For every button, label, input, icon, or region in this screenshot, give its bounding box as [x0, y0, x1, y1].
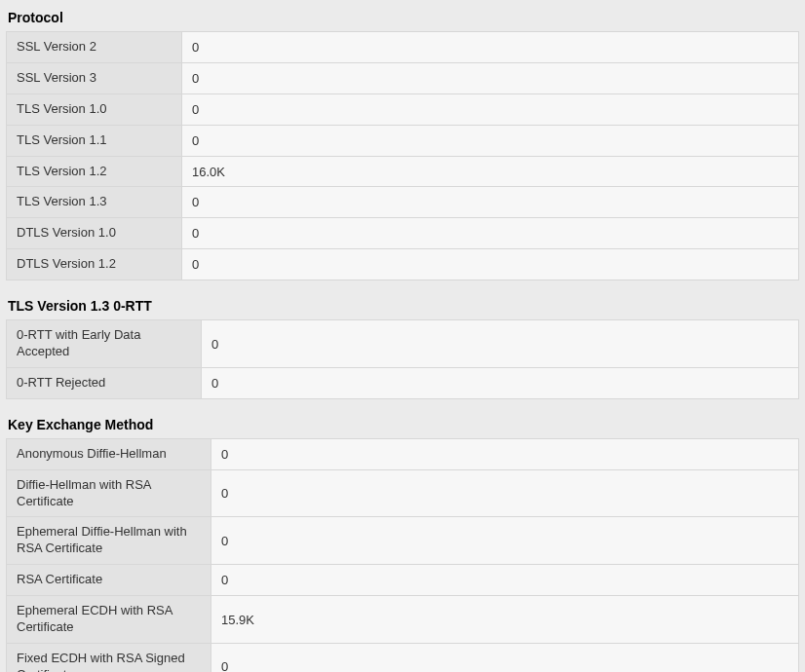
row-label: TLS Version 1.3 [7, 187, 182, 218]
row-label: DTLS Version 1.0 [7, 218, 182, 249]
table-row: Fixed ECDH with RSA Signed Certificate0 [7, 643, 799, 672]
row-value: 0 [182, 218, 799, 249]
protocol-title: Protocol [6, 6, 799, 31]
row-label: TLS Version 1.0 [7, 93, 182, 125]
table-row: RSA Certificate0 [7, 565, 799, 596]
table-row: TLS Version 1.30 [7, 187, 799, 218]
table-row: 0-RTT Rejected0 [7, 367, 799, 398]
row-value: 0 [182, 93, 799, 125]
protocol-table: SSL Version 20 SSL Version 30 TLS Versio… [6, 31, 799, 280]
row-label: Ephemeral Diffie-Hellman with RSA Certif… [7, 517, 211, 565]
row-value: 0 [202, 367, 799, 398]
row-label: Anonymous Diffie-Hellman [7, 438, 211, 469]
row-label: SSL Version 3 [7, 62, 182, 93]
kex-section: Key Exchange Method Anonymous Diffie-Hel… [6, 413, 799, 672]
row-label: TLS Version 1.1 [7, 125, 182, 156]
table-row: SSL Version 20 [7, 32, 799, 63]
row-value: 16.0K [182, 156, 799, 187]
table-row: Anonymous Diffie-Hellman0 [7, 438, 799, 469]
rtt-section: TLS Version 1.3 0-RTT 0-RTT with Early D… [6, 294, 799, 399]
table-row: TLS Version 1.10 [7, 125, 799, 156]
table-row: DTLS Version 1.00 [7, 218, 799, 249]
row-value: 0 [202, 320, 799, 368]
table-row: Ephemeral Diffie-Hellman with RSA Certif… [7, 517, 799, 565]
row-value: 0 [182, 32, 799, 63]
row-value: 15.9K [211, 596, 799, 644]
row-value: 0 [211, 565, 799, 596]
row-label: Ephemeral ECDH with RSA Certificate [7, 596, 211, 644]
kex-table: Anonymous Diffie-Hellman0 Diffie-Hellman… [6, 438, 799, 672]
table-row: TLS Version 1.00 [7, 93, 799, 125]
row-label: RSA Certificate [7, 565, 211, 596]
table-row: TLS Version 1.216.0K [7, 156, 799, 187]
protocol-section: Protocol SSL Version 20 SSL Version 30 T… [6, 6, 799, 280]
row-label: 0-RTT Rejected [7, 367, 202, 398]
kex-title: Key Exchange Method [6, 413, 799, 438]
row-label: Fixed ECDH with RSA Signed Certificate [7, 643, 211, 672]
row-label: DTLS Version 1.2 [7, 249, 182, 280]
row-value: 0 [211, 438, 799, 469]
table-row: Ephemeral ECDH with RSA Certificate15.9K [7, 596, 799, 644]
row-value: 0 [182, 125, 799, 156]
row-value: 0 [211, 469, 799, 517]
table-row: Diffie-Hellman with RSA Certificate0 [7, 469, 799, 517]
row-label: TLS Version 1.2 [7, 156, 182, 187]
row-value: 0 [211, 643, 799, 672]
row-value: 0 [211, 517, 799, 565]
row-label: Diffie-Hellman with RSA Certificate [7, 469, 211, 517]
row-label: 0-RTT with Early Data Accepted [7, 320, 202, 368]
row-value: 0 [182, 249, 799, 280]
table-row: SSL Version 30 [7, 62, 799, 93]
row-label: SSL Version 2 [7, 32, 182, 63]
row-value: 0 [182, 62, 799, 93]
rtt-table: 0-RTT with Early Data Accepted0 0-RTT Re… [6, 319, 799, 399]
table-row: 0-RTT with Early Data Accepted0 [7, 320, 799, 368]
rtt-title: TLS Version 1.3 0-RTT [6, 294, 799, 319]
table-row: DTLS Version 1.20 [7, 249, 799, 280]
row-value: 0 [182, 187, 799, 218]
